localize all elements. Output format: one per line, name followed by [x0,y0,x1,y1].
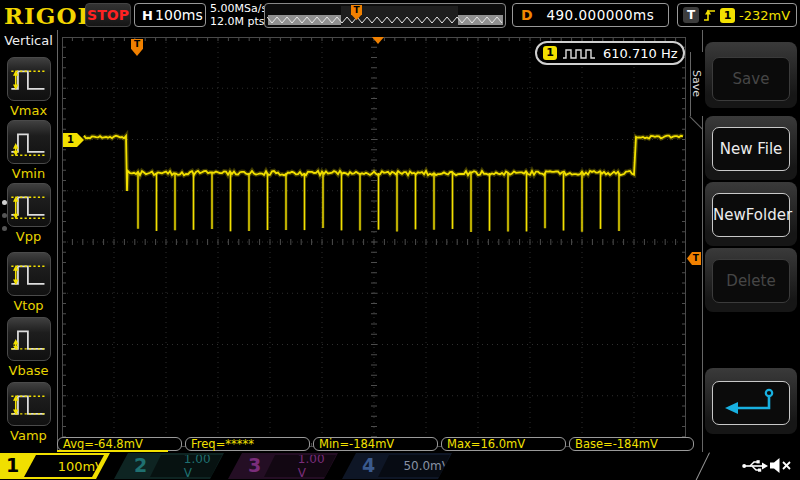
square-wave-icon [562,47,598,60]
new-folder-button[interactable]: NewFolder [712,193,790,237]
preview-wave [267,6,503,27]
new-file-button[interactable]: New File [712,127,790,171]
menu-tab-notch [689,116,702,129]
channel3-scale: 1.00 V [298,452,336,480]
vamp-label: Vamp [0,428,57,443]
acquisition-info: 5.00MSa/s 12.0M pts [210,2,267,28]
channel1-waveform [62,37,686,447]
channel4-tab[interactable]: 4 50.0mV [342,453,452,479]
vbase-icon [8,318,50,360]
channel2-tab[interactable]: 2 1.00 V [114,453,224,479]
channel1-number: 1 [6,454,19,476]
run-state-indicator: STOP [85,3,131,27]
trigger-level-marker[interactable]: T [687,252,701,265]
delay-label: D [521,7,533,23]
measurement-base: Base=-184mV [569,437,694,451]
vmin-label: Vmin [0,166,57,181]
horizontal-label: H [142,8,153,23]
frequency-counter: 1 610.710 Hz [535,41,685,65]
measurement-min: Min=-184mV [313,437,438,451]
channel-status-bar: 1 100mV 2 1.00 V 3 1.00 V 4 [0,452,800,480]
page-dot [2,226,7,231]
channel4-number: 4 [362,454,375,476]
vpp-button[interactable] [7,183,51,227]
vamp-icon [8,383,50,425]
trigger-label: T [683,7,699,23]
vmax-icon [8,58,50,100]
vpp-icon [8,184,50,226]
channel2-scale: 1.00 V [184,452,222,480]
measurement-bar: Avg=-64.8mV Freq=***** Min=-184mV Max=16… [57,437,694,451]
page-dot-active [2,200,7,205]
timebase-value: 100ms [153,7,205,23]
sound-muted-icon [770,457,792,474]
channel2-number: 2 [134,454,147,476]
vtop-icon [8,253,50,295]
measurement-avg: Avg=-64.8mV [57,437,182,451]
sample-rate: 5.00MSa/s [210,2,267,15]
waveform-memory-preview[interactable]: T [264,3,506,28]
memory-depth: 12.0M pts [210,15,267,28]
page-dot [2,213,7,218]
freq-source-badge: 1 [543,46,557,60]
delay-box[interactable]: D 490.000000ms [512,3,669,27]
usb-icon [742,458,768,474]
rigol-logo: RIGOL [4,2,95,29]
horizontal-center-icon [372,37,384,44]
return-arrow-icon [713,382,789,422]
back-button[interactable] [712,381,790,425]
trigger-info-box[interactable]: T 1 -232mV [677,3,797,27]
measurement-freq: Freq=***** [185,437,310,451]
channel3-tab[interactable]: 3 1.00 V [228,453,338,479]
vmax-button[interactable] [7,57,51,101]
vbase-button[interactable] [7,317,51,361]
vmax-label: Vmax [0,103,57,118]
vpp-label: Vpp [0,229,57,244]
measurement-max: Max=16.0mV [441,437,566,451]
vmin-icon [8,121,50,163]
vtop-button[interactable] [7,252,51,296]
menu-tab-save: Save [690,52,703,116]
oscilloscope-screen: RIGOL STOP H 100ms 5.00MSa/s 12.0M pts T… [0,0,800,480]
delay-value: 490.000000ms [533,7,668,23]
horizontal-timebase-box[interactable]: H 100ms [134,3,206,27]
channel1-scale: 100mV [58,459,104,474]
delete-button[interactable]: Delete [712,259,790,303]
rising-edge-icon [703,8,716,23]
vamp-button[interactable] [7,382,51,426]
channel3-number: 3 [248,454,261,476]
save-button[interactable]: Save [712,57,790,101]
left-menu-title: Vertical [0,33,57,48]
left-menu-separator [57,30,58,452]
vbase-label: Vbase [0,363,57,378]
trigger-source-badge: 1 [720,8,735,23]
trigger-level-value: -232mV [739,8,790,23]
vmin-button[interactable] [7,120,51,164]
vtop-label: Vtop [0,298,57,313]
frequency-value: 610.710 Hz [603,46,678,61]
channel4-scale: 50.0mV [403,459,450,473]
channel1-tab[interactable]: 1 100mV [0,453,110,479]
